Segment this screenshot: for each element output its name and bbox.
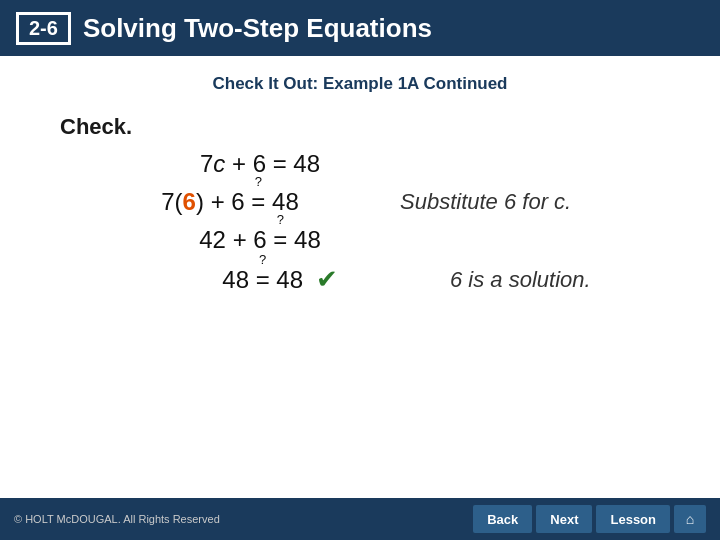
equation-row-3: 42 + 6 ? = 48 [120,226,660,254]
footer-logo: © HOLT McDOUGAL. All Rights Reserved [14,513,220,525]
eq4-lhs: 48 [222,266,249,293]
main-button[interactable]: ⌂ [674,505,706,533]
equation-row-1: 7c + 6 = 48 [120,150,660,178]
header-bar: 2-6 Solving Two-Step Equations [0,0,720,56]
eq4-rhs: 48 [276,266,303,293]
next-button[interactable]: Next [536,505,592,533]
lesson-badge: 2-6 [16,12,71,45]
equation-row-4: 48 ? = 48 ✔ 6 is a solution. [140,264,660,295]
q-mark-2: ? [255,174,262,189]
eq3-lhs: 42 + 6 [199,226,266,253]
eq2-rhs: 48 [272,188,299,215]
main-content: Check. 7c + 6 = 48 7(6) + 6 ? = 48 Subst… [0,104,720,315]
footer-buttons: Back Next Lesson ⌂ [473,505,706,533]
eq4-note: 6 is a solution. [450,267,591,293]
q-equals-2: ? = [251,188,265,216]
equation-3: 42 + 6 ? = 48 [120,226,400,254]
header-title: Solving Two-Step Equations [83,13,432,44]
checkmark-icon: ✔ [316,264,338,294]
eq2-lhs: 7(6) + 6 [161,188,244,215]
eq1-text: 7c + 6 = 48 [200,150,320,177]
back-button[interactable]: Back [473,505,532,533]
footer: © HOLT McDOUGAL. All Rights Reserved Bac… [0,498,720,540]
q-mark-4: ? [259,252,266,267]
eq3-rhs: 48 [294,226,321,253]
equation-4: 48 ? = 48 ✔ [140,264,420,295]
q-mark-3: ? [277,212,284,227]
home-icon: ⌂ [686,511,694,527]
lesson-button[interactable]: Lesson [596,505,670,533]
equation-row-2: 7(6) + 6 ? = 48 Substitute 6 for c. [90,188,660,216]
equation-2: 7(6) + 6 ? = 48 [90,188,370,216]
subtitle: Check It Out: Example 1A Continued [0,74,720,94]
eq2-note: Substitute 6 for c. [400,189,571,215]
q-equals-3: ? = [273,226,287,254]
check-label: Check. [60,114,660,140]
q-equals-4: ? = [256,266,270,294]
